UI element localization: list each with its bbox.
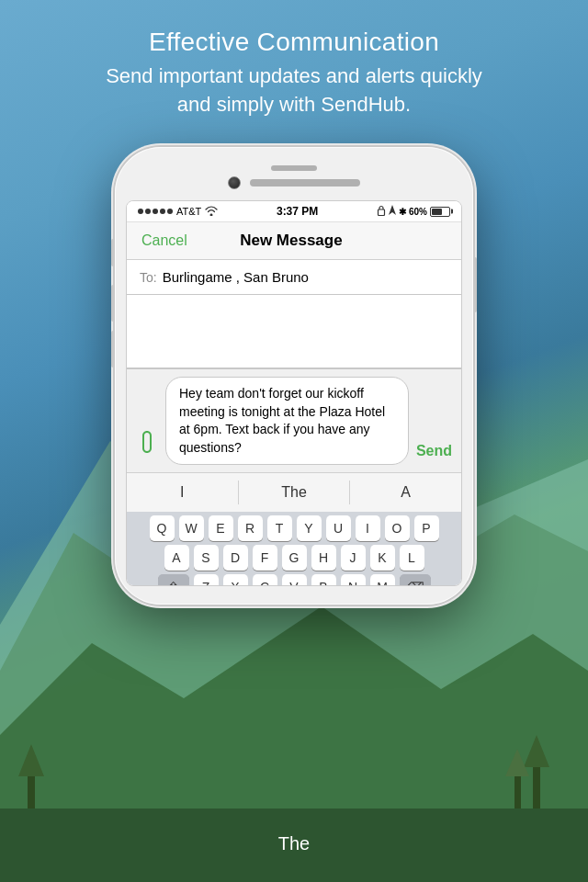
key-shift[interactable]: ⇧ bbox=[158, 574, 189, 586]
bluetooth-icon: ✱ bbox=[399, 207, 406, 217]
volume-down-button bbox=[111, 331, 115, 368]
signal-dot-4 bbox=[160, 209, 165, 214]
key-n[interactable]: N bbox=[341, 574, 366, 586]
phone-top-area bbox=[126, 165, 462, 189]
status-left: AT&T bbox=[138, 206, 218, 218]
mute-button bbox=[111, 239, 115, 266]
top-speaker bbox=[271, 165, 317, 171]
key-e[interactable]: E bbox=[209, 515, 233, 541]
wifi-icon bbox=[205, 206, 218, 218]
key-k[interactable]: K bbox=[370, 545, 395, 571]
signal-dot-5 bbox=[167, 209, 173, 214]
message-body-area[interactable] bbox=[127, 295, 461, 368]
key-a[interactable]: A bbox=[164, 545, 189, 571]
to-label: To: bbox=[140, 270, 157, 285]
location-icon bbox=[389, 205, 396, 218]
key-p[interactable]: P bbox=[414, 515, 439, 541]
key-h[interactable]: H bbox=[311, 545, 336, 571]
signal-strength bbox=[138, 209, 173, 214]
phone-screen: AT&T 3:37 PM bbox=[126, 200, 462, 586]
svg-rect-6 bbox=[533, 763, 540, 808]
key-f[interactable]: F bbox=[253, 545, 277, 571]
key-o[interactable]: O bbox=[385, 515, 410, 541]
keyboard-row-2: A S D F G H J K L bbox=[130, 545, 458, 571]
key-v[interactable]: V bbox=[282, 574, 307, 586]
keyboard-row-3: ⇧ Z X C V B N M ⌫ bbox=[130, 574, 458, 586]
battery-fill bbox=[432, 209, 442, 215]
to-field[interactable]: To: Burlingame , San Bruno bbox=[127, 260, 461, 295]
status-time: 3:37 PM bbox=[277, 205, 318, 218]
phone-body: AT&T 3:37 PM bbox=[115, 147, 473, 605]
nav-title: New Message bbox=[240, 232, 343, 250]
key-t[interactable]: T bbox=[267, 515, 292, 541]
key-s[interactable]: S bbox=[194, 545, 219, 571]
keyboard: Q W E R T Y U I O P A S D F G H bbox=[127, 512, 461, 585]
nav-bar: Cancel New Message bbox=[127, 222, 461, 260]
key-l[interactable]: L bbox=[400, 545, 424, 571]
signal-dot-3 bbox=[153, 209, 158, 214]
carrier-name: AT&T bbox=[176, 206, 201, 217]
battery-bar bbox=[430, 207, 450, 217]
key-backspace[interactable]: ⌫ bbox=[400, 574, 431, 586]
compose-area: Hey team don't forget our kickoff meetin… bbox=[127, 368, 461, 472]
bottom-area: The bbox=[0, 833, 588, 854]
key-m[interactable]: M bbox=[370, 574, 395, 586]
volume-up-button bbox=[111, 285, 115, 322]
lock-icon bbox=[377, 205, 386, 218]
svg-marker-11 bbox=[389, 205, 396, 215]
camera-row bbox=[228, 176, 360, 189]
key-d[interactable]: D bbox=[223, 545, 248, 571]
key-u[interactable]: U bbox=[326, 515, 351, 541]
ear-speaker bbox=[250, 179, 360, 187]
key-y[interactable]: Y bbox=[297, 515, 322, 541]
key-r[interactable]: R bbox=[238, 515, 263, 541]
signal-dot-2 bbox=[145, 209, 151, 214]
key-b[interactable]: B bbox=[311, 574, 336, 586]
key-j[interactable]: J bbox=[341, 545, 366, 571]
message-input[interactable]: Hey team don't forget our kickoff meetin… bbox=[165, 377, 409, 465]
signal-dot-1 bbox=[138, 209, 143, 214]
key-q[interactable]: Q bbox=[150, 515, 175, 541]
attach-icon[interactable] bbox=[136, 429, 158, 461]
top-text-block: Effective Communication Send important u… bbox=[0, 28, 588, 119]
autocomplete-item-i[interactable]: I bbox=[127, 481, 239, 504]
svg-rect-8 bbox=[514, 772, 521, 808]
status-bar: AT&T 3:37 PM bbox=[127, 201, 461, 222]
key-g[interactable]: G bbox=[282, 545, 307, 571]
front-camera bbox=[228, 176, 241, 189]
battery-percent: 60% bbox=[409, 207, 427, 217]
autocomplete-item-the[interactable]: The bbox=[239, 481, 351, 504]
top-subheading: Send important updates and alerts quickl… bbox=[0, 62, 588, 119]
svg-rect-10 bbox=[378, 209, 384, 216]
cancel-button[interactable]: Cancel bbox=[141, 232, 187, 249]
autocomplete-bar: I The A bbox=[127, 472, 461, 512]
power-button bbox=[473, 257, 477, 312]
battery-icon bbox=[430, 207, 450, 217]
send-button[interactable]: Send bbox=[416, 443, 452, 459]
autocomplete-item-a[interactable]: A bbox=[350, 481, 461, 504]
key-z[interactable]: Z bbox=[194, 574, 219, 586]
svg-rect-4 bbox=[28, 772, 35, 808]
status-right: ✱ 60% bbox=[377, 205, 450, 218]
bottom-text: The bbox=[278, 833, 310, 854]
key-x[interactable]: X bbox=[223, 574, 248, 586]
to-value: Burlingame , San Bruno bbox=[163, 269, 309, 285]
phone-mockup: AT&T 3:37 PM bbox=[115, 147, 473, 605]
top-heading: Effective Communication bbox=[0, 28, 588, 57]
key-w[interactable]: W bbox=[179, 515, 204, 541]
key-i[interactable]: I bbox=[356, 515, 380, 541]
key-c[interactable]: C bbox=[253, 574, 277, 586]
keyboard-row-1: Q W E R T Y U I O P bbox=[130, 515, 458, 541]
message-text: Hey team don't forget our kickoff meetin… bbox=[179, 386, 385, 455]
